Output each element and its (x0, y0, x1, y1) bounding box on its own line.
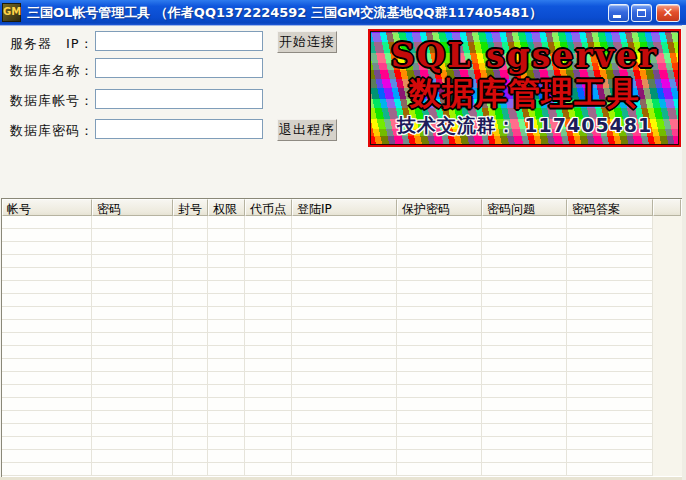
table-cell (292, 281, 397, 293)
table-row (2, 333, 653, 346)
column-header[interactable]: 封号 (173, 199, 208, 216)
table-row (2, 385, 653, 398)
table-cell (292, 320, 397, 332)
table-body[interactable] (2, 216, 653, 476)
table-cell (2, 333, 92, 345)
connect-button[interactable]: 开始连接 (277, 31, 337, 53)
table-cell (482, 229, 567, 241)
table-row (2, 437, 653, 450)
table-cell (92, 411, 173, 423)
table-cell (245, 463, 292, 475)
table-cell (245, 385, 292, 397)
table-cell (208, 333, 245, 345)
table-cell (482, 398, 567, 410)
table-cell (397, 307, 482, 319)
table-row (2, 346, 653, 359)
table-row (2, 398, 653, 411)
table-cell (245, 437, 292, 449)
table-cell (245, 255, 292, 267)
column-header[interactable]: 帐号 (2, 199, 92, 216)
table-cell (173, 437, 208, 449)
table-row (2, 411, 653, 424)
table-cell (482, 333, 567, 345)
table-cell (92, 268, 173, 280)
table-cell (173, 294, 208, 306)
table-cell (208, 346, 245, 358)
table-cell (292, 333, 397, 345)
table-cell (567, 359, 653, 371)
table-cell (208, 320, 245, 332)
table-row (2, 463, 653, 476)
server-ip-input[interactable] (95, 31, 263, 51)
table-cell (245, 229, 292, 241)
table-cell (2, 359, 92, 371)
table-cell (482, 307, 567, 319)
table-cell (482, 320, 567, 332)
table-row (2, 450, 653, 463)
table-cell (92, 255, 173, 267)
app-icon: GM (2, 3, 21, 22)
table-cell (397, 372, 482, 384)
maximize-button[interactable] (631, 4, 652, 22)
table-cell (397, 359, 482, 371)
table-cell (92, 424, 173, 436)
table-cell (567, 294, 653, 306)
column-header[interactable]: 密码问题 (482, 199, 567, 216)
table-cell (397, 294, 482, 306)
table-cell (173, 255, 208, 267)
table-cell (397, 268, 482, 280)
table-cell (482, 359, 567, 371)
table-cell (208, 281, 245, 293)
table-cell (92, 242, 173, 254)
close-icon: ✕ (657, 5, 679, 21)
server-ip-label: 服务器 IP： (10, 35, 94, 53)
table-cell (2, 229, 92, 241)
table-cell (292, 372, 397, 384)
column-header[interactable]: 登陆IP (292, 199, 397, 216)
table-cell (2, 437, 92, 449)
table-cell (397, 255, 482, 267)
column-header[interactable]: 权限 (208, 199, 245, 216)
table-cell (92, 320, 173, 332)
table-cell (92, 346, 173, 358)
table-cell (208, 411, 245, 423)
db-name-input[interactable] (95, 58, 263, 78)
close-button[interactable]: ✕ (656, 4, 680, 22)
table-cell (397, 463, 482, 475)
table-cell (397, 437, 482, 449)
table-cell (567, 229, 653, 241)
table-cell (2, 346, 92, 358)
table-cell (173, 216, 208, 228)
table-cell (173, 385, 208, 397)
db-password-label: 数据库密码： (10, 122, 94, 140)
table-cell (208, 268, 245, 280)
db-password-input[interactable] (95, 119, 263, 139)
table-cell (2, 281, 92, 293)
table-cell (397, 385, 482, 397)
table-cell (567, 216, 653, 228)
table-cell (173, 372, 208, 384)
table-cell (245, 294, 292, 306)
db-name-label: 数据库名称： (10, 62, 94, 80)
table-cell (92, 216, 173, 228)
column-header[interactable]: 代币点 (245, 199, 292, 216)
exit-button[interactable]: 退出程序 (277, 119, 337, 141)
table-cell (173, 450, 208, 462)
table-cell (208, 424, 245, 436)
table-cell (92, 229, 173, 241)
table-cell (173, 398, 208, 410)
db-account-input[interactable] (95, 89, 263, 109)
table-cell (92, 281, 173, 293)
column-header[interactable]: 密码答案 (567, 199, 653, 216)
table-cell (208, 372, 245, 384)
table-cell (245, 320, 292, 332)
table-cell (567, 424, 653, 436)
column-header[interactable]: 保护密码 (397, 199, 482, 216)
table-cell (173, 346, 208, 358)
column-header[interactable]: 密码 (92, 199, 173, 216)
minimize-button[interactable] (608, 4, 629, 22)
table-cell (208, 255, 245, 267)
maximize-icon (637, 9, 646, 17)
table-cell (567, 463, 653, 475)
column-header[interactable] (653, 199, 681, 216)
